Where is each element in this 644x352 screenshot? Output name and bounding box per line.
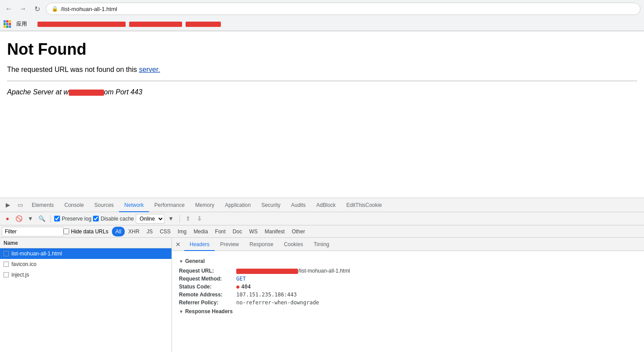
status-code-row: Status Code: 404 [179, 283, 637, 291]
details-tab-response[interactable]: Response [244, 238, 279, 251]
forward-button[interactable]: → [18, 4, 28, 14]
inspect-element-icon[interactable]: ▶ [2, 199, 14, 211]
hide-data-urls-wrap[interactable]: Hide data URLs [63, 228, 108, 235]
clear-button[interactable]: 🚫 [14, 214, 24, 224]
address-text: /list-mohuan-all-1.html [61, 6, 635, 12]
apache-info: Apache Server at wom Port 443 [7, 88, 637, 96]
remote-address-row: Remote Address: 107.151.235.186:443 [179, 291, 637, 299]
export-button[interactable]: ⇩ [195, 214, 205, 224]
details-tab-bar: ✕ Headers Preview Response Cookies Timin… [172, 238, 644, 251]
request-url-label: Request URL: [179, 268, 236, 274]
hide-data-urls-checkbox[interactable] [63, 228, 69, 234]
search-button[interactable]: 🔍 [37, 214, 47, 224]
details-tab-timing[interactable]: Timing [308, 238, 335, 251]
filter-type-ws[interactable]: WS [246, 227, 261, 236]
tab-performance[interactable]: Performance [149, 198, 190, 212]
redacted-bookmark-3 [186, 22, 221, 27]
filter-type-font[interactable]: Font [212, 227, 229, 236]
throttle-select[interactable]: Online [136, 214, 164, 224]
back-button[interactable]: ← [4, 4, 14, 14]
tab-sources[interactable]: Sources [89, 198, 119, 212]
referrer-policy-label: Referrer Policy: [179, 300, 236, 306]
tab-application[interactable]: Application [220, 198, 256, 212]
apps-label: 应用 [16, 20, 27, 28]
filter-label: Filter [5, 228, 17, 235]
devtools-tab-bar: ▶ ▭ Elements Console Sources Network Per… [0, 198, 644, 212]
browser-chrome: ← → ↻ 🔒 /list-mohuan-all-1.html 应用 [0, 0, 644, 31]
referrer-policy-row: Referrer Policy: no-referrer-when-downgr… [179, 299, 637, 307]
details-tab-preview[interactable]: Preview [215, 238, 244, 251]
device-toolbar-icon[interactable]: ▭ [14, 199, 26, 211]
tab-editthiscookie[interactable]: EditThisCookie [341, 198, 387, 212]
tab-console[interactable]: Console [59, 198, 89, 212]
response-headers-section-header[interactable]: ▼ Response Headers [179, 308, 637, 315]
address-bar[interactable]: 🔒 /list-mohuan-all-1.html [46, 3, 640, 15]
apps-grid-icon[interactable] [4, 20, 11, 28]
nav-bar: ← → ↻ 🔒 /list-mohuan-all-1.html [0, 0, 644, 18]
tab-audits[interactable]: Audits [286, 198, 311, 212]
response-headers-label: Response Headers [185, 308, 233, 315]
filter-types-bar: Filter Hide data URLs All XHR JS CSS Img… [0, 225, 644, 238]
filter-type-js[interactable]: JS [143, 227, 156, 236]
request-url-row: Request URL: /list-mohuan-all-1.html [179, 267, 637, 275]
referrer-policy-value: no-referrer-when-downgrade [236, 300, 319, 306]
tab-adblock[interactable]: AdBlock [311, 198, 341, 212]
server-link[interactable]: server. [139, 66, 160, 73]
filter-toggle-button[interactable]: ▼ [26, 214, 35, 224]
preserve-log-label: Preserve log [62, 216, 91, 222]
filter-type-media[interactable]: Media [190, 227, 212, 236]
filter-input-wrap[interactable]: Filter [2, 227, 63, 236]
general-section-label: General [185, 258, 205, 264]
disable-cache-checkbox-wrap[interactable]: Disable cache [93, 216, 134, 222]
item-name-1: list-mohuan-all-1.html [11, 251, 168, 257]
network-item-favicon[interactable]: favicon.ico [0, 259, 171, 270]
filter-type-css[interactable]: CSS [156, 227, 174, 236]
details-tab-headers[interactable]: Headers [184, 238, 215, 251]
tab-security[interactable]: Security [256, 198, 286, 212]
filter-type-xhr[interactable]: XHR [125, 227, 143, 236]
status-code-value: 404 [236, 284, 251, 290]
item-name-3: inject.js [11, 272, 168, 278]
general-section-header[interactable]: ▼ General [179, 258, 637, 264]
not-found-description: The requested URL was not found on this … [7, 66, 637, 74]
request-url-value: /list-mohuan-all-1.html [236, 268, 350, 274]
request-method-row: Request Method: GET [179, 275, 637, 283]
disable-cache-checkbox[interactable] [93, 216, 99, 221]
filter-type-other[interactable]: Other [288, 227, 309, 236]
filter-type-manifest[interactable]: Manifest [261, 227, 288, 236]
item-checkbox-3[interactable] [4, 272, 9, 277]
request-method-label: Request Method: [179, 276, 236, 282]
name-column-header: Name [4, 240, 18, 246]
filter-type-img[interactable]: Img [174, 227, 190, 236]
separator-2 [179, 215, 180, 223]
filter-type-all[interactable]: All [112, 227, 125, 236]
preserve-log-checkbox-wrap[interactable]: Preserve log [54, 216, 91, 222]
filter-type-doc[interactable]: Doc [229, 227, 246, 236]
details-tab-cookies[interactable]: Cookies [279, 238, 308, 251]
page-content: Not Found The requested URL was not foun… [0, 31, 644, 105]
item-checkbox-1[interactable] [4, 251, 9, 256]
redacted-url [236, 269, 298, 274]
record-button[interactable]: ● [3, 214, 12, 224]
network-panel-body: Name list-mohuan-all-1.html favicon.ico … [0, 238, 644, 352]
import-button[interactable]: ⇧ [183, 214, 193, 224]
not-found-title: Not Found [7, 40, 637, 59]
details-close-button[interactable]: ✕ [174, 240, 182, 249]
disable-cache-label: Disable cache [101, 216, 134, 222]
request-method-value: GET [236, 276, 246, 282]
separator [7, 81, 637, 81]
network-request-list: Name list-mohuan-all-1.html favicon.ico … [0, 238, 172, 352]
tab-elements[interactable]: Elements [26, 198, 59, 212]
preserve-log-checkbox[interactable] [54, 216, 60, 221]
bookmarks-bar: 应用 [0, 18, 644, 31]
reload-button[interactable]: ↻ [32, 4, 42, 14]
network-item-injectjs[interactable]: inject.js [0, 270, 171, 280]
throttle-arrow[interactable]: ▼ [166, 214, 176, 224]
network-item-list-mohuan[interactable]: list-mohuan-all-1.html [0, 248, 171, 259]
tab-memory[interactable]: Memory [190, 198, 220, 212]
tab-network[interactable]: Network [119, 198, 149, 212]
lock-icon: 🔒 [52, 6, 58, 12]
network-list-header: Name [0, 238, 171, 248]
item-checkbox-2[interactable] [4, 262, 9, 267]
redacted-domain [69, 90, 104, 96]
